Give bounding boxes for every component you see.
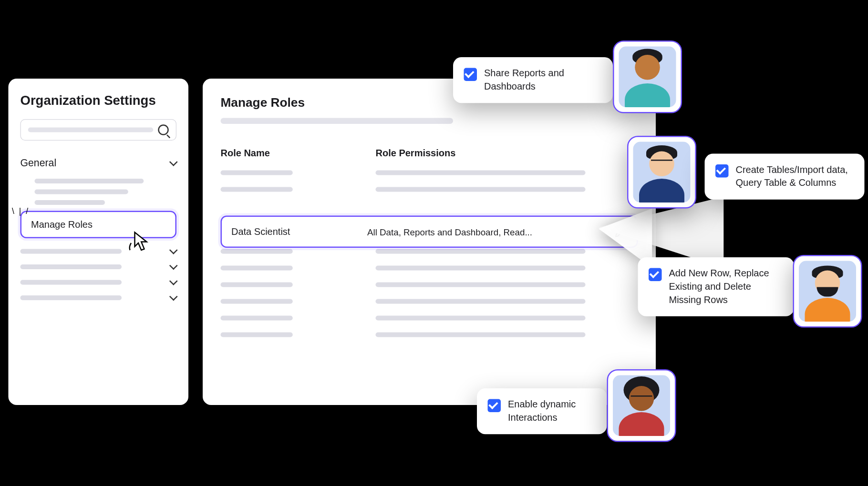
cell-skeleton	[221, 187, 293, 192]
permission-label: Enable dynamic Interactions	[508, 398, 596, 425]
checkbox-checked-icon[interactable]	[649, 268, 662, 282]
permission-callout: Share Reports and Dashboards	[453, 57, 613, 103]
chevron-down-icon	[169, 246, 178, 254]
role-row-selected[interactable]: Data Scientist All Data, Reports and Das…	[221, 216, 638, 248]
nav-skeleton	[21, 295, 122, 300]
avatar	[619, 47, 676, 108]
nav-item-label: Manage Roles	[31, 219, 93, 229]
search-placeholder-skel	[28, 128, 154, 132]
permission-label: Create Tables/Import data, Query Table &…	[736, 163, 854, 190]
cell-skeleton	[376, 299, 586, 304]
cell-skeleton	[376, 187, 586, 192]
cell-skeleton	[221, 316, 293, 321]
cell-skeleton	[221, 299, 293, 304]
role-permissions-cell: All Data, Reports and Dashboard, Read...	[367, 227, 614, 237]
avatar	[799, 261, 856, 322]
section-label: General	[21, 157, 57, 169]
section-general[interactable]: General	[21, 157, 177, 169]
emphasis-tick-icon: \ | /	[12, 206, 30, 216]
cell-skeleton	[376, 283, 586, 287]
search-field[interactable]	[21, 119, 177, 141]
cell-skeleton	[221, 266, 293, 271]
permission-callout: Add New Row, Replace Existing and Delete…	[638, 257, 795, 316]
cell-skeleton	[376, 333, 586, 337]
cell-skeleton	[376, 266, 586, 271]
nav-skeleton	[35, 190, 128, 194]
cursor-icon	[126, 229, 150, 255]
cell-skeleton	[221, 333, 293, 337]
chevron-down-icon	[169, 262, 178, 270]
avatar	[633, 142, 691, 203]
checkbox-checked-icon[interactable]	[488, 399, 501, 413]
nav-skeleton	[21, 280, 122, 285]
panel-title: Organization Settings	[21, 93, 177, 109]
nav-skeleton	[21, 264, 122, 269]
chevron-down-icon	[169, 158, 178, 166]
manage-roles-panel: Manage Roles Role Name Role Permissions	[203, 79, 656, 405]
avatar-card	[627, 136, 696, 209]
cell-skeleton	[376, 316, 586, 321]
nav-skeleton	[21, 249, 122, 254]
chevron-down-icon	[169, 277, 178, 285]
cell-skeleton	[221, 249, 293, 254]
cell-skeleton	[221, 171, 293, 175]
subtitle-skeleton	[221, 118, 454, 124]
cell-skeleton	[221, 283, 293, 287]
nav-section-collapsed[interactable]	[21, 249, 177, 254]
permission-callout: Create Tables/Import data, Query Table &…	[705, 154, 865, 200]
org-settings-panel: Organization Settings General \ | / Mana…	[9, 79, 189, 405]
nav-skeleton	[35, 200, 105, 205]
permission-label: Add New Row, Replace Existing and Delete…	[669, 267, 784, 307]
nav-section-collapsed[interactable]	[21, 264, 177, 269]
avatar-card	[613, 40, 682, 113]
column-header: Role Permissions	[376, 148, 638, 159]
avatar	[613, 375, 670, 436]
permission-callout: Enable dynamic Interactions	[477, 388, 607, 434]
chevron-down-icon	[169, 293, 178, 301]
cell-skeleton	[376, 249, 586, 254]
nav-section-collapsed[interactable]	[21, 295, 177, 300]
checkbox-checked-icon[interactable]	[715, 164, 729, 178]
nav-item-manage-roles[interactable]: \ | / Manage Roles	[21, 211, 177, 239]
permission-label: Share Reports and Dashboards	[484, 67, 602, 93]
avatar-card	[607, 369, 676, 442]
column-role-name: Role Name	[221, 148, 352, 349]
nav-section-collapsed[interactable]	[21, 280, 177, 285]
checkbox-checked-icon[interactable]	[464, 68, 477, 81]
nav-skeleton	[35, 179, 144, 183]
avatar-card	[793, 255, 862, 328]
column-header: Role Name	[221, 148, 352, 159]
roles-table: Role Name Role Permissions	[221, 148, 638, 349]
cell-skeleton	[376, 171, 586, 175]
search-icon	[158, 124, 169, 135]
role-name-cell: Data Scientist	[231, 226, 367, 237]
